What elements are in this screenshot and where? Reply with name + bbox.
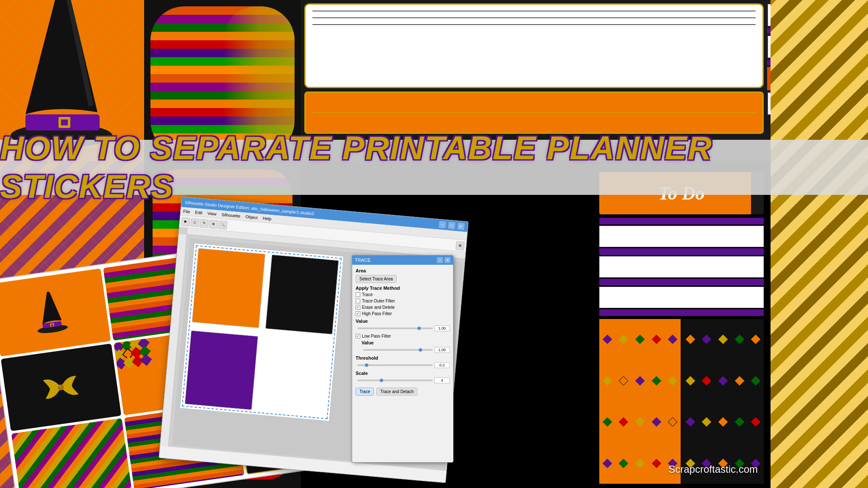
trace-threshold-thumb <box>365 363 368 367</box>
trace-and-detach-button[interactable]: Trace and Detach <box>376 388 417 396</box>
trace-value-input[interactable]: 1.00 <box>434 325 450 331</box>
trace-lowpass-section: ✓ Low Pass Filter Value 1.00 <box>356 334 450 353</box>
trace-lowpass-value-title: Value <box>362 340 450 345</box>
sticker-bow <box>1 344 121 432</box>
trace-lowpass-row: ✓ Low Pass Filter <box>356 334 450 338</box>
trace-threshold-label: Threshold <box>356 355 450 360</box>
tool-btn-6[interactable]: ⊞ <box>456 241 465 250</box>
trace-scale-thumb <box>380 379 383 382</box>
trace-apply-label: Apply Trace Method <box>356 286 450 291</box>
trace-option-outer: Trace Outer Filter <box>356 299 450 303</box>
purple-white-stack <box>599 218 764 484</box>
trace-close-btn[interactable]: ✕ <box>445 257 451 263</box>
watermark: Scrapcroftastic.com <box>668 463 758 475</box>
trace-body: Area Select Trace Area Apply Trace Metho… <box>352 265 453 402</box>
trace-lowpass-slider-row: 1.00 <box>362 347 450 353</box>
minimize-button[interactable]: − <box>439 221 446 228</box>
menu-edit[interactable]: Edit <box>195 210 203 215</box>
trace-checkbox-4[interactable]: ✓ <box>356 311 360 316</box>
trace-checkbox-2[interactable] <box>356 299 360 303</box>
trace-scale-slider-row: 4 <box>356 377 450 383</box>
trace-option-trace: Trace <box>356 292 450 297</box>
trace-value-slider[interactable] <box>357 327 433 329</box>
diamond-tiles-section <box>599 319 764 484</box>
trace-lowpass-label: Low Pass Filter <box>362 334 391 338</box>
label-line <box>312 11 756 11</box>
trace-option-erase-label: Erase and Delete <box>362 305 395 310</box>
trace-lowpass-thumb <box>419 348 422 352</box>
label-line-orange <box>312 112 756 113</box>
canvas-sticker-preview-1 <box>192 248 266 328</box>
purple-bar-1 <box>599 218 764 225</box>
witch-hat-small-icon <box>31 289 70 336</box>
menu-view[interactable]: View <box>207 211 217 216</box>
label-line <box>312 17 756 18</box>
tool-btn-5[interactable]: 🔍 <box>218 220 228 230</box>
trace-lowpass-input[interactable]: 1.00 <box>434 347 450 353</box>
trace-value-thumb <box>417 327 421 330</box>
trace-lowpass-slider[interactable] <box>363 349 433 351</box>
white-sticker-3 <box>599 287 764 308</box>
canvas-sticker-preview-2 <box>265 255 339 335</box>
select-trace-area-button[interactable]: Select Trace Area <box>356 275 397 283</box>
svg-rect-3 <box>61 119 68 125</box>
trace-minimize-btn[interactable]: − <box>437 257 443 263</box>
trace-value-slider-row: 1.00 <box>356 325 450 331</box>
menu-help[interactable]: Help <box>262 216 271 221</box>
trace-option-highpass: ✓ High Pass Filter <box>356 311 450 316</box>
trace-value-label: Value <box>356 319 450 324</box>
white-sticker-2 <box>599 256 764 277</box>
purple-bar-3 <box>599 279 764 286</box>
trace-threshold-slider-row: 0.2 <box>356 362 450 368</box>
trace-checkbox-3[interactable]: ✓ <box>356 305 360 310</box>
menu-object[interactable]: Object <box>245 214 258 220</box>
purple-bar-2 <box>599 248 764 255</box>
trace-option-erase: ✓ Erase and Delete <box>356 305 450 310</box>
trace-scale-section: Scale 4 <box>356 371 450 383</box>
title-banner: HOW TO SEPARATE PRINTABLE PLANNER STICKE… <box>0 140 868 195</box>
trace-lowpass-value-section: Value 1.00 <box>362 340 450 353</box>
right-sticker-panel: To Do <box>593 165 771 487</box>
trace-threshold-input[interactable]: 0.2 <box>434 362 450 368</box>
trace-lowpass-checkbox[interactable]: ✓ <box>356 334 360 338</box>
far-right-panel <box>771 0 868 488</box>
trace-action-buttons: Trace Trace and Detach <box>356 388 450 398</box>
orange-label-sticker <box>304 92 764 134</box>
trace-scale-slider[interactable] <box>357 380 433 381</box>
window-controls: − □ ✕ <box>439 221 465 230</box>
trace-titlebar: TRACE − ✕ <box>352 255 453 265</box>
trace-threshold-section: Threshold 0.2 <box>356 355 450 368</box>
tool-btn-1[interactable]: ▶ <box>181 217 190 226</box>
lined-label-sticker-1 <box>304 3 764 88</box>
sticker-witch-hat <box>0 269 111 357</box>
trace-section-area: Area <box>356 268 450 273</box>
trace-scale-input[interactable]: 4 <box>434 377 450 383</box>
trace-checkbox-1[interactable] <box>356 292 360 297</box>
diamond-tile-2 <box>682 319 764 484</box>
trace-option-highpass-label: High Pass Filter <box>362 311 392 316</box>
canvas-page <box>180 243 344 421</box>
tool-btn-2[interactable]: ◻ <box>190 218 200 227</box>
diamond-tile-1 <box>599 319 681 484</box>
menu-silhouette[interactable]: Silhouette <box>221 212 240 219</box>
trace-threshold-slider[interactable] <box>357 364 433 366</box>
trace-title: TRACE <box>355 258 370 263</box>
trace-button[interactable]: Trace <box>356 388 374 396</box>
trace-option-trace-label: Trace <box>362 292 373 297</box>
tool-btn-4[interactable]: ⊕ <box>209 219 218 229</box>
trace-controls: − ✕ <box>437 257 451 263</box>
trace-value-section: Value 1.00 <box>356 319 450 331</box>
bow-icon <box>40 370 82 405</box>
maximize-button[interactable]: □ <box>448 222 455 229</box>
canvas-sticker-preview-3 <box>185 330 259 410</box>
page-title: HOW TO SEPARATE PRINTABLE PLANNER STICKE… <box>0 129 868 206</box>
trace-panel[interactable]: TRACE − ✕ Area Select Trace Area Apply T… <box>352 255 453 463</box>
menu-file[interactable]: File <box>183 209 190 214</box>
tool-btn-3[interactable]: ✎ <box>200 219 209 228</box>
white-sticker-1 <box>599 226 764 247</box>
sticker-chevron <box>11 419 132 488</box>
trace-scale-label: Scale <box>356 371 450 376</box>
trace-option-outer-label: Trace Outer Filter <box>362 299 395 303</box>
close-button[interactable]: ✕ <box>457 223 465 230</box>
purple-bar-4 <box>599 309 764 316</box>
